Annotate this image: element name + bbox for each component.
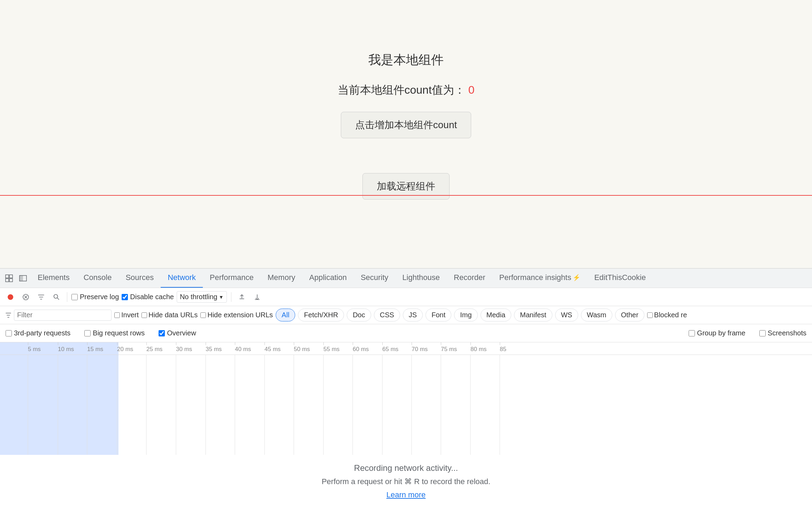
big-rows-checkbox[interactable]: Big request rows [84, 329, 145, 337]
svg-rect-2 [6, 279, 9, 282]
ruler-tick-15ms: 15 ms [87, 342, 103, 353]
recording-status: Recording network activity... [354, 463, 458, 473]
group-by-frame-input[interactable] [689, 330, 695, 336]
instruction-text: Perform a request or hit ⌘ R to record t… [322, 477, 490, 486]
blocked-requests-checkbox[interactable]: Blocked re [647, 311, 687, 319]
options-right: Group by frame Screenshots [689, 329, 806, 337]
filter-toggle-button[interactable] [35, 291, 47, 303]
ruler-tick-10ms: 10 ms [58, 342, 74, 353]
ruler-tick-85: 85 [500, 342, 506, 353]
throttle-chevron-icon: ▼ [219, 294, 224, 300]
ruler-tick-25ms: 25 ms [146, 342, 162, 353]
timeline-ruler: 5 ms 10 ms 15 ms 20 ms 25 ms [0, 342, 812, 355]
tab-application[interactable]: Application [302, 269, 354, 288]
options-left: 3rd-party requests Big request rows Over… [6, 329, 196, 337]
filter-tag-js[interactable]: JS [403, 309, 423, 321]
filter-tag-ws[interactable]: WS [555, 309, 578, 321]
filter-tag-css[interactable]: CSS [374, 309, 400, 321]
blocked-requests-input[interactable] [647, 312, 653, 318]
ruler-tick-75ms: 75 ms [441, 342, 457, 353]
invert-input[interactable] [114, 312, 120, 318]
filter-tag-wasm[interactable]: Wasm [581, 309, 612, 321]
group-by-frame-checkbox[interactable]: Group by frame [689, 329, 745, 337]
disable-cache-checkbox[interactable]: Disable cache [122, 293, 174, 301]
ruler-tick-40ms: 40 ms [235, 342, 251, 353]
svg-rect-3 [9, 279, 13, 282]
screenshots-checkbox[interactable]: Screenshots [759, 329, 806, 337]
svg-rect-5 [20, 275, 23, 281]
third-party-checkbox[interactable]: 3rd-party requests [6, 329, 70, 337]
tab-console[interactable]: Console [77, 269, 119, 288]
devtools-toggle-icon[interactable] [3, 272, 15, 285]
export-button[interactable] [251, 291, 263, 303]
tab-lighthouse[interactable]: Lighthouse [395, 269, 447, 288]
ruler-tick-60ms: 60 ms [353, 342, 369, 353]
timeline-grid [0, 355, 812, 455]
filter-tags-row: Invert Hide data URLs Hide extension URL… [0, 306, 812, 324]
throttle-dropdown[interactable]: No throttling ▼ [177, 291, 227, 303]
search-button[interactable] [50, 291, 63, 303]
filter-tag-font[interactable]: Font [426, 309, 451, 321]
ruler-tick-5ms: 5 ms [28, 342, 41, 353]
tab-performance-insights[interactable]: Performance insights ⚡ [492, 269, 588, 288]
svg-point-6 [8, 294, 13, 300]
network-toolbar: Preserve log Disable cache No throttling… [0, 288, 812, 306]
third-party-input[interactable] [6, 330, 12, 336]
red-divider [0, 195, 812, 196]
overview-checkbox[interactable]: Overview [159, 329, 196, 337]
tab-editthiscookie[interactable]: EditThisCookie [587, 269, 653, 288]
tab-memory[interactable]: Memory [261, 269, 302, 288]
filter-tag-manifest[interactable]: Manifest [514, 309, 552, 321]
hide-data-urls-checkbox[interactable]: Hide data URLs [141, 311, 198, 319]
hide-ext-urls-checkbox[interactable]: Hide extension URLs [200, 311, 273, 319]
toolbar-separator-2 [231, 292, 231, 302]
clear-button[interactable] [20, 291, 32, 303]
page-title: 我是本地组件 [368, 52, 444, 69]
preserve-log-input[interactable] [71, 294, 78, 300]
screenshots-input[interactable] [759, 330, 766, 336]
filter-tag-fetch-xhr[interactable]: Fetch/XHR [298, 309, 344, 321]
ruler-tick-35ms: 35 ms [206, 342, 222, 353]
timeline-area [0, 355, 812, 455]
hide-data-urls-input[interactable] [141, 312, 147, 318]
filter-tag-media[interactable]: Media [481, 309, 511, 321]
svg-rect-0 [6, 275, 9, 278]
ruler-tick-65ms: 65 ms [382, 342, 398, 353]
import-button[interactable] [236, 291, 248, 303]
increment-button[interactable]: 点击增加本地组件count [341, 112, 472, 138]
tab-elements[interactable]: Elements [31, 269, 77, 288]
overview-input[interactable] [159, 330, 165, 336]
svg-line-11 [57, 298, 59, 300]
tab-network[interactable]: Network [161, 269, 203, 288]
filter-icon-label[interactable] [6, 312, 11, 318]
big-rows-input[interactable] [84, 330, 91, 336]
counter-label: 当前本地组件count值为： [338, 84, 465, 96]
performance-insights-icon: ⚡ [573, 274, 580, 281]
tab-recorder[interactable]: Recorder [447, 269, 492, 288]
devtools-tabs-bar: Elements Console Sources Network Perform… [0, 269, 812, 288]
record-button[interactable] [4, 291, 17, 303]
devtools-dock-icon[interactable] [17, 272, 29, 285]
tab-security[interactable]: Security [354, 269, 395, 288]
ruler-tick-30ms: 30 ms [176, 342, 192, 353]
filter-tag-doc[interactable]: Doc [347, 309, 371, 321]
filter-tag-other[interactable]: Other [615, 309, 644, 321]
disable-cache-input[interactable] [122, 294, 128, 300]
filter-tag-img[interactable]: Img [454, 309, 477, 321]
learn-more-link[interactable]: Learn more [386, 490, 426, 499]
counter-line: 当前本地组件count值为： 0 [338, 83, 475, 98]
ruler-tick-45ms: 45 ms [265, 342, 281, 353]
hide-ext-urls-input[interactable] [200, 312, 206, 318]
invert-checkbox[interactable]: Invert [114, 311, 139, 319]
preserve-log-checkbox[interactable]: Preserve log [71, 293, 119, 301]
status-bar: Recording network activity... Perform a … [0, 455, 812, 505]
tab-performance[interactable]: Performance [203, 269, 261, 288]
filter-input[interactable] [14, 310, 112, 321]
ruler-tick-50ms: 50 ms [294, 342, 310, 353]
filter-tag-all[interactable]: All [276, 309, 295, 321]
options-row: 3rd-party requests Big request rows Over… [0, 324, 812, 342]
ruler-tick-20ms: 20 ms [117, 342, 133, 353]
svg-rect-1 [9, 275, 13, 278]
page-content: 我是本地组件 当前本地组件count值为： 0 点击增加本地组件count 加载… [0, 0, 812, 272]
tab-sources[interactable]: Sources [118, 269, 161, 288]
